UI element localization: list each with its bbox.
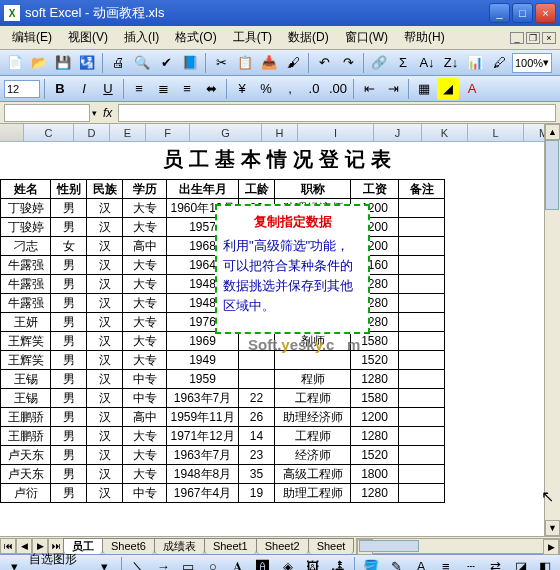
- table-cell[interactable]: 1959年11月: [167, 408, 239, 427]
- table-cell[interactable]: 19: [239, 484, 275, 503]
- table-cell[interactable]: 大专: [123, 256, 167, 275]
- table-cell[interactable]: 王辉笑: [1, 332, 51, 351]
- menu-format[interactable]: 格式(O): [167, 27, 224, 48]
- table-cell[interactable]: [275, 351, 351, 370]
- table-cell[interactable]: 1959: [167, 370, 239, 389]
- table-cell[interactable]: 男: [51, 313, 87, 332]
- hscroll-right-icon[interactable]: ▶: [543, 539, 559, 555]
- autoshape-menu[interactable]: 自选图形(U): [29, 551, 90, 570]
- menu-view[interactable]: 视图(V): [60, 27, 116, 48]
- table-cell[interactable]: 王锡: [1, 389, 51, 408]
- table-cell[interactable]: 助理工程师: [275, 484, 351, 503]
- table-cell[interactable]: 1280: [351, 484, 399, 503]
- table-cell[interactable]: 大专: [123, 313, 167, 332]
- table-cell[interactable]: 1971年12月: [167, 427, 239, 446]
- table-cell[interactable]: 男: [51, 408, 87, 427]
- line-color-icon[interactable]: ✎: [386, 556, 407, 571]
- italic-button[interactable]: I: [73, 78, 95, 100]
- autosum-icon[interactable]: Σ: [392, 52, 414, 74]
- column-header[interactable]: E: [110, 124, 146, 141]
- table-header[interactable]: 工龄: [239, 180, 275, 199]
- menu-help[interactable]: 帮助(H): [396, 27, 453, 48]
- table-cell[interactable]: [399, 313, 445, 332]
- undo-icon[interactable]: ↶: [313, 52, 335, 74]
- table-cell[interactable]: [239, 351, 275, 370]
- table-cell[interactable]: 1280: [351, 370, 399, 389]
- table-cell[interactable]: 大专: [123, 294, 167, 313]
- table-cell[interactable]: 汉: [87, 370, 123, 389]
- table-header[interactable]: 出生年月: [167, 180, 239, 199]
- menu-tools[interactable]: 工具(T): [225, 27, 280, 48]
- table-cell[interactable]: 汉: [87, 275, 123, 294]
- table-cell[interactable]: 丁骏婷: [1, 199, 51, 218]
- table-cell[interactable]: 卢天东: [1, 465, 51, 484]
- table-cell[interactable]: 汉: [87, 218, 123, 237]
- chart-icon[interactable]: 📊: [464, 52, 486, 74]
- table-cell[interactable]: 卢天东: [1, 446, 51, 465]
- currency-icon[interactable]: ¥: [231, 78, 253, 100]
- table-cell[interactable]: 高级工程师: [275, 465, 351, 484]
- chevron-down-icon[interactable]: ▾: [92, 108, 97, 118]
- table-cell[interactable]: 工程师: [275, 389, 351, 408]
- table-cell[interactable]: 王锡: [1, 370, 51, 389]
- table-cell[interactable]: 高中: [123, 237, 167, 256]
- menu-window[interactable]: 窗口(W): [337, 27, 396, 48]
- comma-icon[interactable]: ,: [279, 78, 301, 100]
- shadow-icon[interactable]: ◪: [510, 556, 531, 571]
- table-cell[interactable]: 王鹏骄: [1, 408, 51, 427]
- table-cell[interactable]: 男: [51, 484, 87, 503]
- table-cell[interactable]: [399, 294, 445, 313]
- underline-button[interactable]: U: [97, 78, 119, 100]
- sort-desc-icon[interactable]: Z↓: [440, 52, 462, 74]
- table-cell[interactable]: 男: [51, 294, 87, 313]
- align-right-icon[interactable]: ≡: [176, 78, 198, 100]
- mdi-close-button[interactable]: ×: [542, 32, 556, 44]
- table-cell[interactable]: 王辉笑: [1, 351, 51, 370]
- table-cell[interactable]: 1949: [167, 351, 239, 370]
- table-cell[interactable]: 男: [51, 427, 87, 446]
- window-minimize-button[interactable]: _: [489, 3, 510, 23]
- table-cell[interactable]: [399, 370, 445, 389]
- fill-icon[interactable]: 🪣: [361, 556, 382, 571]
- table-header[interactable]: 备注: [399, 180, 445, 199]
- column-header[interactable]: G: [190, 124, 262, 141]
- table-cell[interactable]: 丁骏婷: [1, 218, 51, 237]
- table-cell[interactable]: [239, 370, 275, 389]
- fill-color-icon[interactable]: ◢: [437, 78, 459, 100]
- rectangle-icon[interactable]: ▭: [178, 556, 199, 571]
- table-cell[interactable]: [399, 218, 445, 237]
- permission-icon[interactable]: 🛂: [76, 52, 98, 74]
- formula-input[interactable]: [118, 104, 556, 122]
- column-header[interactable]: K: [422, 124, 468, 141]
- table-cell[interactable]: [399, 484, 445, 503]
- table-cell[interactable]: 助理经济师: [275, 408, 351, 427]
- table-header[interactable]: 性别: [51, 180, 87, 199]
- table-cell[interactable]: 大专: [123, 218, 167, 237]
- sheet-tab[interactable]: Sheet: [308, 538, 355, 554]
- name-box[interactable]: [4, 104, 90, 122]
- dash-style-icon[interactable]: ┄: [460, 556, 481, 571]
- font-size-combo[interactable]: [4, 80, 40, 98]
- sheet-tab[interactable]: Sheet6: [102, 538, 155, 554]
- paste-icon[interactable]: 📥: [258, 52, 280, 74]
- fx-icon[interactable]: fx: [103, 106, 112, 120]
- table-cell[interactable]: 汉: [87, 313, 123, 332]
- increase-decimal-icon[interactable]: .0: [303, 78, 325, 100]
- table-cell[interactable]: [399, 199, 445, 218]
- preview-icon[interactable]: 🔍: [131, 52, 153, 74]
- drawing-icon[interactable]: 🖊: [488, 52, 510, 74]
- sort-asc-icon[interactable]: A↓: [416, 52, 438, 74]
- table-cell[interactable]: 牛露强: [1, 275, 51, 294]
- window-close-button[interactable]: ×: [535, 3, 556, 23]
- table-cell[interactable]: [399, 427, 445, 446]
- column-header[interactable]: D: [74, 124, 110, 141]
- line-style-icon[interactable]: ≡: [435, 556, 456, 571]
- table-cell[interactable]: [399, 256, 445, 275]
- table-cell[interactable]: 高中: [123, 408, 167, 427]
- column-header[interactable]: I: [298, 124, 374, 141]
- oval-icon[interactable]: ○: [202, 556, 223, 571]
- table-cell[interactable]: 汉: [87, 465, 123, 484]
- table-cell[interactable]: 中专: [123, 370, 167, 389]
- table-cell[interactable]: 女: [51, 237, 87, 256]
- table-cell[interactable]: 程师: [275, 370, 351, 389]
